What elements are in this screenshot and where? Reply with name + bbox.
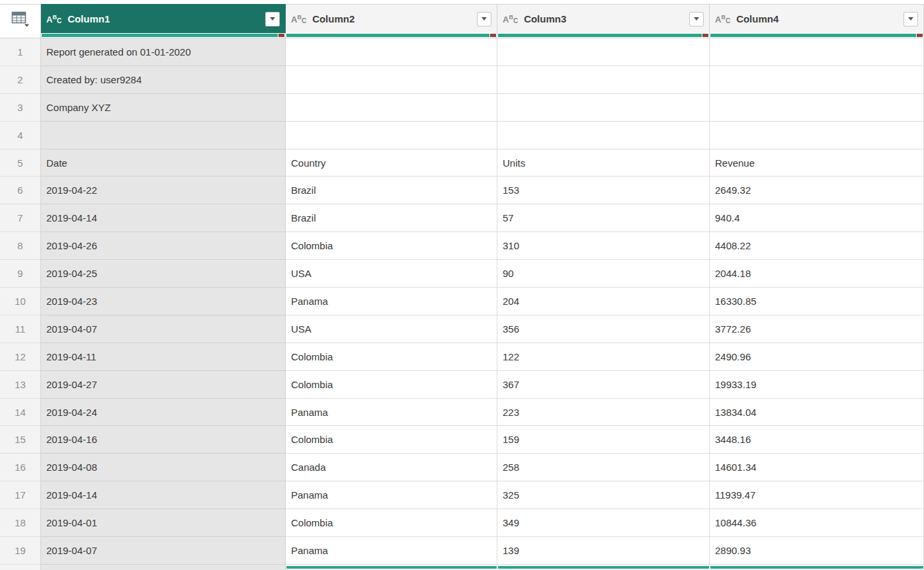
table-cell[interactable]: 325 <box>497 481 710 509</box>
table-cell[interactable]: Canada <box>286 454 497 481</box>
table-cell[interactable]: 940.4 <box>710 204 924 232</box>
table-cell[interactable] <box>710 94 924 122</box>
row-number: 8 <box>0 232 41 260</box>
table-cell[interactable]: 14601.34 <box>710 454 924 481</box>
table-cell[interactable]: 57 <box>497 204 710 232</box>
table-cell[interactable] <box>41 122 286 149</box>
table-cell[interactable]: Colombia <box>286 343 497 371</box>
table-cell[interactable]: Panama <box>286 399 497 427</box>
table-cell[interactable] <box>497 66 710 94</box>
table-cell[interactable]: 2649.32 <box>710 177 924 204</box>
table-cell[interactable]: 90 <box>497 260 710 288</box>
table-cell[interactable]: Panama <box>286 288 497 315</box>
table-cell[interactable]: 19933.19 <box>710 371 924 399</box>
filter-button[interactable] <box>265 12 280 26</box>
table-cell[interactable] <box>497 94 710 122</box>
table-cell[interactable]: 258 <box>497 454 710 481</box>
row-number: 6 <box>0 177 41 204</box>
filter-button[interactable] <box>477 12 491 26</box>
table-cell[interactable]: Brazil <box>286 177 497 204</box>
table-cell[interactable] <box>286 122 497 149</box>
table-cell[interactable]: Report generated on 01-01-2020 <box>41 38 286 66</box>
table-cell[interactable]: Date <box>41 149 286 177</box>
table-cell[interactable] <box>710 122 924 149</box>
table-cell[interactable]: 2019-04-24 <box>41 399 286 427</box>
row-number: 5 <box>0 149 41 177</box>
table-cell[interactable]: 2019-04-25 <box>41 260 286 288</box>
table-cell[interactable]: Colombia <box>286 509 497 537</box>
table-cell[interactable]: Units <box>497 149 710 177</box>
table-cell[interactable] <box>286 66 497 94</box>
table-cell[interactable]: Brazil <box>286 204 497 232</box>
table-cell[interactable]: 139 <box>497 537 710 565</box>
column-header-column4[interactable]: ABC Column4 <box>710 4 924 33</box>
table-cell[interactable]: 310 <box>497 232 710 260</box>
table-cell[interactable]: Colombia <box>286 371 497 399</box>
table-cell[interactable]: 2019-04-23 <box>41 288 286 315</box>
table-cell[interactable]: 2019-04-22 <box>41 177 286 204</box>
table-cell[interactable]: Revenue <box>710 149 924 177</box>
table-cell[interactable]: 356 <box>497 315 710 343</box>
table-cell[interactable]: 2019-04-26 <box>41 232 286 260</box>
table-cell[interactable]: 2019-04-07 <box>41 315 286 343</box>
table-cell[interactable]: 2019-04-08 <box>41 454 286 481</box>
table-cell[interactable] <box>286 94 497 122</box>
table-cell[interactable] <box>497 122 710 149</box>
table-cell[interactable]: 223 <box>497 399 710 427</box>
table-cell[interactable]: 367 <box>497 371 710 399</box>
table-cell[interactable]: 2019-04-16 <box>41 426 286 454</box>
text-type-icon: ABC <box>46 14 62 24</box>
filter-button[interactable] <box>903 12 918 26</box>
column-header-column3[interactable]: ABC Column3 <box>497 4 710 33</box>
table-cell[interactable]: 2019-04-27 <box>41 371 286 399</box>
table-cell[interactable]: 122 <box>497 343 710 371</box>
table-cell[interactable]: USA <box>286 260 497 288</box>
row-number: 14 <box>0 399 41 427</box>
column-quality-bar <box>41 33 286 38</box>
table-cell[interactable]: 349 <box>497 509 710 537</box>
table-cell[interactable]: 2890.93 <box>710 537 924 565</box>
table-cell[interactable]: Panama <box>286 481 497 509</box>
table-cell[interactable]: 4408.22 <box>710 232 924 260</box>
table-cell[interactable]: Country <box>286 149 497 177</box>
column-header-column1[interactable]: ABC Column1 <box>41 4 286 33</box>
table-cell[interactable]: Colombia <box>286 232 497 260</box>
table-cell[interactable]: 3448.16 <box>710 426 924 454</box>
table-cell[interactable]: 13834.04 <box>710 399 924 427</box>
row-number: 19 <box>0 537 41 565</box>
filter-dropdown-icon <box>270 17 275 20</box>
table-cell[interactable]: 159 <box>497 426 710 454</box>
table-cell[interactable]: 2490.96 <box>710 343 924 371</box>
partial-row-cell <box>41 565 286 570</box>
table-cell[interactable]: 2044.18 <box>710 260 924 288</box>
table-cell[interactable]: 16330.85 <box>710 288 924 315</box>
partial-row-number <box>0 565 41 570</box>
table-cell[interactable]: 153 <box>497 177 710 204</box>
table-cell[interactable]: USA <box>286 315 497 343</box>
column-quality-bar <box>497 33 710 38</box>
filter-button[interactable] <box>689 12 704 26</box>
table-cell[interactable]: Colombia <box>286 426 497 454</box>
table-cell[interactable]: Created by: user9284 <box>41 66 286 94</box>
table-cell[interactable]: 2019-04-14 <box>41 204 286 232</box>
table-cell[interactable] <box>286 38 497 66</box>
table-cell[interactable]: 2019-04-07 <box>41 537 286 565</box>
row-number: 11 <box>0 315 41 343</box>
table-cell[interactable]: 2019-04-11 <box>41 343 286 371</box>
column-header-column2[interactable]: ABC Column2 <box>286 4 497 33</box>
table-cell[interactable]: 2019-04-14 <box>41 481 286 509</box>
table-cell[interactable]: 3772.26 <box>710 315 924 343</box>
table-cell[interactable] <box>710 66 924 94</box>
table-cell[interactable]: 10844.36 <box>710 509 924 537</box>
table-corner-menu[interactable] <box>0 4 41 33</box>
row-number: 2 <box>0 66 41 94</box>
table-cell[interactable]: Company XYZ <box>41 94 286 122</box>
table-cell[interactable]: 2019-04-01 <box>41 509 286 537</box>
table-cell[interactable]: Panama <box>286 537 497 565</box>
filter-dropdown-icon <box>482 17 487 20</box>
table-cell[interactable] <box>497 38 710 66</box>
table-cell[interactable] <box>710 38 924 66</box>
table-cell[interactable]: 204 <box>497 288 710 315</box>
row-number: 13 <box>0 371 41 399</box>
table-cell[interactable]: 11939.47 <box>710 481 924 509</box>
